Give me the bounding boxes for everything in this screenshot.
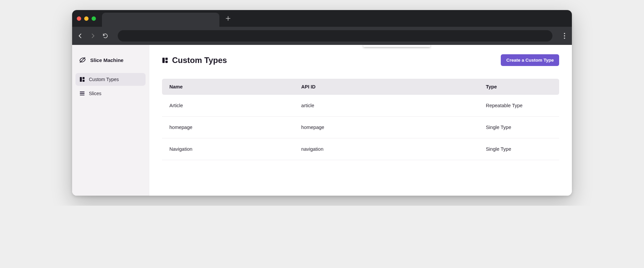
brand-name: Slice Machine — [90, 57, 123, 63]
main-panel: Custom Types Create a Custom Type Name A… — [149, 45, 572, 196]
column-header-api-id: API ID — [301, 84, 486, 89]
table-row[interactable]: Article article Repeatable Type — [162, 95, 559, 117]
sidebar-nav: Custom Types Slices — [75, 73, 146, 100]
browser-chrome — [72, 10, 572, 45]
svg-rect-10 — [80, 95, 85, 95]
sidebar-item-label: Slices — [89, 91, 101, 96]
page-title-group: Custom Types — [162, 56, 227, 65]
table-header-row: Name API ID Type — [162, 79, 559, 95]
svg-point-1 — [564, 35, 565, 37]
window-controls — [77, 16, 96, 21]
column-header-name: Name — [169, 84, 301, 89]
browser-menu-button[interactable] — [562, 33, 567, 39]
svg-rect-6 — [83, 77, 85, 79]
cell-api-id: article — [301, 103, 486, 108]
svg-rect-8 — [80, 91, 85, 92]
sidebar-item-slices[interactable]: Slices — [75, 87, 146, 100]
custom-types-table: Name API ID Type Article article Repeata… — [162, 79, 559, 160]
browser-tab[interactable] — [102, 13, 219, 27]
column-header-type: Type — [486, 84, 552, 89]
cell-name: homepage — [169, 125, 301, 130]
slices-icon — [79, 91, 85, 96]
app-content: Slice Machine Custom Types Slices — [72, 45, 572, 196]
sidebar-item-custom-types[interactable]: Custom Types — [75, 73, 146, 86]
cell-name: Navigation — [169, 146, 301, 152]
minimize-window-button[interactable] — [84, 16, 89, 21]
maximize-window-button[interactable] — [92, 16, 96, 21]
page-title: Custom Types — [172, 56, 227, 65]
tab-strip — [72, 10, 572, 27]
brand-logo-icon — [79, 56, 86, 64]
reload-button[interactable] — [102, 33, 108, 39]
browser-window: Slice Machine Custom Types Slices — [72, 10, 572, 196]
new-tab-button[interactable] — [225, 16, 231, 21]
decorative-shadow — [363, 45, 430, 47]
sidebar-item-label: Custom Types — [89, 77, 119, 82]
create-custom-type-button[interactable]: Create a Custom Type — [501, 54, 559, 66]
cell-name: Article — [169, 103, 301, 108]
cell-type: Repeatable Type — [486, 103, 552, 108]
svg-rect-12 — [165, 58, 168, 60]
page-header: Custom Types Create a Custom Type — [162, 54, 559, 66]
cell-api-id: navigation — [301, 146, 486, 152]
svg-point-2 — [564, 38, 565, 39]
cell-api-id: homepage — [301, 125, 486, 130]
svg-rect-5 — [80, 77, 82, 82]
cell-type: Single Type — [486, 125, 552, 130]
sidebar: Slice Machine Custom Types Slices — [72, 45, 149, 196]
table-row[interactable]: Navigation navigation Single Type — [162, 138, 559, 160]
address-bar[interactable] — [118, 30, 552, 42]
custom-types-icon — [79, 77, 85, 82]
table-row[interactable]: homepage homepage Single Type — [162, 117, 559, 138]
svg-point-0 — [564, 33, 565, 34]
custom-types-icon — [162, 57, 168, 63]
close-window-button[interactable] — [77, 16, 81, 21]
browser-toolbar — [72, 27, 572, 45]
svg-rect-9 — [80, 93, 85, 94]
cell-type: Single Type — [486, 146, 552, 152]
svg-rect-7 — [83, 80, 85, 82]
svg-rect-11 — [162, 58, 165, 63]
brand[interactable]: Slice Machine — [75, 54, 146, 73]
forward-button[interactable] — [90, 32, 96, 39]
back-button[interactable] — [77, 32, 84, 39]
svg-rect-13 — [165, 61, 168, 63]
